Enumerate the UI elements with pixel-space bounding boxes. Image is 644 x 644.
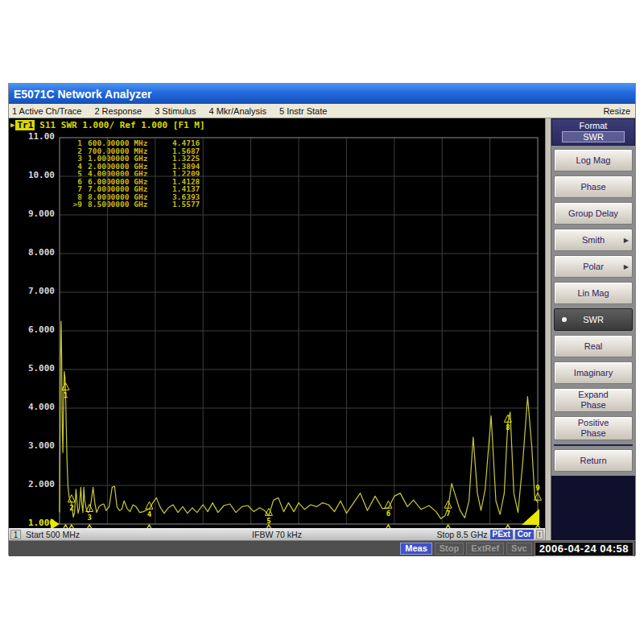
marker-label: 2 <box>69 504 73 512</box>
marker-label: 9 <box>535 484 539 492</box>
status-badge-cor: Cor <box>515 530 534 539</box>
marker-label: 1 <box>64 391 68 399</box>
softkey-label: Smith <box>582 235 605 246</box>
menu-item-resize[interactable]: Resize <box>603 106 630 116</box>
stop-frequency-label: Stop 8.5 GHz <box>437 530 488 539</box>
softkey-label: Phase <box>580 182 605 192</box>
softkey-label: SWR <box>583 315 604 325</box>
plot-area[interactable]: 11.0010.009.0008.0007.0006.0005.0004.000… <box>9 131 545 528</box>
softkey-label: Imaginary <box>574 368 613 378</box>
softkey-sidebar: Format SWR Log MagPhaseGroup DelaySmith▶… <box>551 118 635 540</box>
marker-triangle-icon <box>385 501 392 508</box>
submenu-arrow-icon: ▶ <box>624 262 629 272</box>
softkey-imaginary[interactable]: Imaginary <box>554 361 633 384</box>
trace-header: ▶ Tr1 S11 SWR 1.000/ Ref 1.000 [F1 M] <box>9 118 545 131</box>
window-titlebar[interactable]: E5071C Network Analyzer <box>9 84 635 104</box>
menu-item-5[interactable]: 5 Instr State <box>279 106 327 116</box>
analyzer-window: E5071C Network Analyzer 1 Active Ch/Trac… <box>8 83 636 555</box>
softkey-label: Polar <box>583 262 604 272</box>
softkey-label: Positive <box>578 418 609 428</box>
softkey-return[interactable]: Return <box>554 449 633 472</box>
softkey-separator <box>554 444 633 446</box>
softkey-label: Expand <box>578 390 608 400</box>
softkey-label: Phase <box>580 400 605 411</box>
sidebar-filler <box>551 476 635 540</box>
softkey-label: Log Mag <box>576 155 611 166</box>
menu-item-2[interactable]: 2 Response <box>94 106 142 116</box>
marker-label: 4 <box>147 510 152 518</box>
softkey-label: Phase <box>580 428 605 439</box>
format-value-display: SWR <box>562 131 625 142</box>
marker-label: 8 <box>506 423 510 431</box>
status-bar: 1 Start 500 MHz IFBW 70 kHz Stop 8.5 GHz… <box>9 528 545 540</box>
menu-items: 1 Active Ch/Trace2 Response3 Stimulus4 M… <box>12 106 340 116</box>
window-title: E5071C Network Analyzer <box>14 88 151 101</box>
taskbar-button-extref[interactable]: ExtRef <box>466 543 504 555</box>
start-frequency-label: Start 500 MHz <box>26 530 80 539</box>
taskbar-button-meas[interactable]: Meas <box>400 543 432 555</box>
submenu-arrow-icon: ▶ <box>624 235 629 246</box>
taskbar-button-stop[interactable]: Stop <box>435 543 464 555</box>
instrument-taskbar: MeasStopExtRefSvc 2006-04-24 04:58 <box>9 540 635 556</box>
softkey-scrollbar[interactable] <box>545 118 551 540</box>
trace-name-badge[interactable]: Tr1 <box>15 120 35 130</box>
clock-display: 2006-04-24 04:58 <box>535 542 634 556</box>
softkey-log-mag[interactable]: Log Mag <box>554 149 633 171</box>
softkey-phase[interactable]: Phase <box>554 175 633 198</box>
reference-level-arrow-icon <box>51 518 60 528</box>
menu-bar: 1 Active Ch/Trace2 Response3 Stimulus4 M… <box>9 104 635 118</box>
chart-svg: 123456789 <box>9 131 545 528</box>
status-badge-pext: PExt <box>490 530 513 539</box>
softkey-label: Return <box>580 456 606 466</box>
softkey-real[interactable]: Real <box>554 335 633 357</box>
channel-number-box: 1 <box>10 530 21 539</box>
active-trace-arrow-icon: ▶ <box>10 121 14 129</box>
softkey-label: Group Delay <box>568 208 618 219</box>
content-area: ▶ Tr1 S11 SWR 1.000/ Ref 1.000 [F1 M] 11… <box>9 118 635 540</box>
alert-indicator: ! <box>536 530 543 539</box>
menu-item-1[interactable]: 1 Active Ch/Trace <box>12 106 81 116</box>
softkey-list: Log MagPhaseGroup DelaySmith▶Polar▶Lin M… <box>551 146 635 476</box>
instrument-screen: ▶ Tr1 S11 SWR 1.000/ Ref 1.000 [F1 M] 11… <box>9 118 545 540</box>
trace-format-text: S11 SWR 1.000/ Ref 1.000 [F1 M] <box>39 120 204 130</box>
softkey-polar[interactable]: Polar▶ <box>554 255 633 278</box>
softkey-group-delay[interactable]: Group Delay <box>554 202 633 225</box>
marker-label: 5 <box>266 517 270 525</box>
softkey-expand-phase[interactable]: ExpandPhase <box>554 388 633 412</box>
softkey-positive-phase[interactable]: PositivePhase <box>554 416 633 440</box>
taskbar-button-svc[interactable]: Svc <box>506 543 532 555</box>
marker-label: 7 <box>446 510 450 518</box>
menu-item-4[interactable]: 4 Mkr/Analysis <box>208 106 266 116</box>
softkey-lin-mag[interactable]: Lin Mag <box>554 282 633 304</box>
ifbw-label: IFBW 70 kHz <box>252 530 302 539</box>
taskbar-items: MeasStopExtRefSvc <box>400 543 531 555</box>
selected-bullet-icon <box>562 317 567 322</box>
softkey-label: Lin Mag <box>577 288 609 299</box>
softkey-smith[interactable]: Smith▶ <box>554 229 633 251</box>
marker-label: 3 <box>87 514 91 522</box>
softkey-menu-header: Format SWR <box>551 118 635 146</box>
softkey-menu-title: Format <box>552 121 634 130</box>
softkey-swr[interactable]: SWR <box>554 308 633 331</box>
softkey-label: Real <box>584 341 603 352</box>
marker-label: 6 <box>386 510 390 518</box>
sweep-indicator-icon <box>522 509 539 525</box>
status-badges: PExtCor <box>490 530 534 539</box>
menu-item-3[interactable]: 3 Stimulus <box>155 106 196 116</box>
